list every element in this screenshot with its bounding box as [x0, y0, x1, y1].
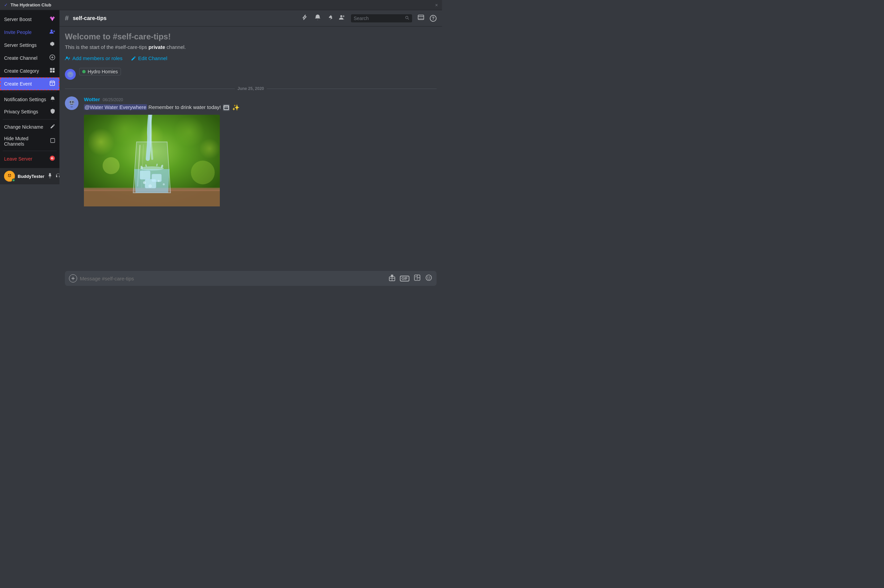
create-channel-icon — [49, 54, 56, 62]
role-pill-label: Hydro Homies — [88, 69, 118, 74]
svg-point-19 — [66, 56, 68, 58]
menu-label-hide-muted-channels: Hide Muted Channels — [4, 136, 47, 147]
sticker-icon[interactable] — [413, 274, 421, 283]
checkbox-icon — [50, 138, 56, 145]
message-input[interactable] — [80, 276, 386, 282]
sparkles-emoji: ✨ — [232, 104, 239, 111]
menu-item-privacy-settings[interactable]: Privacy Settings — [0, 106, 59, 118]
message-content: Wotter 06/25/2020 @Water Water Everywher… — [84, 96, 437, 208]
message-text: @Water Water Everywhere Remember to drin… — [84, 104, 437, 112]
menu-item-create-channel[interactable]: Create Channel — [0, 52, 59, 64]
messages-area[interactable]: Welcome to #self-care-tips! This is the … — [59, 27, 442, 271]
svg-point-29 — [73, 102, 75, 103]
date-divider: June 25, 2020 — [65, 86, 437, 91]
attach-button[interactable] — [69, 274, 77, 282]
message-input-area: GIF — [59, 271, 442, 294]
emoji-icon[interactable] — [425, 274, 433, 283]
svg-point-0 — [51, 30, 53, 32]
menu-item-server-settings[interactable]: Server Settings — [0, 39, 59, 52]
menu-label-create-event: Create Event — [4, 81, 47, 87]
role-pill-row: Hydro Homies — [65, 68, 437, 81]
mention-text[interactable]: @Water Water Everywhere — [84, 104, 147, 110]
search-box[interactable]: Search — [351, 14, 412, 22]
microphone-button[interactable] — [47, 173, 53, 180]
context-menu: Server Boost Invite People Server Settin… — [0, 10, 59, 168]
svg-rect-2 — [50, 68, 52, 70]
create-category-icon — [49, 67, 56, 75]
menu-divider-3 — [3, 151, 57, 151]
close-button[interactable]: × — [435, 2, 438, 8]
inbox-icon[interactable] — [418, 14, 424, 22]
threads-icon[interactable] — [302, 14, 309, 22]
menu-divider-1 — [3, 92, 57, 92]
menu-item-leave-server[interactable]: Leave Server — [0, 152, 59, 165]
search-placeholder: Search — [354, 16, 403, 21]
svg-rect-42 — [140, 171, 150, 179]
pin-icon[interactable] — [326, 14, 333, 22]
menu-label-leave-server: Leave Server — [4, 156, 47, 162]
channel-header: # self-care-tips Search — [59, 10, 442, 27]
menu-label-server-boost: Server Boost — [4, 16, 47, 22]
svg-point-28 — [69, 102, 70, 103]
message-username[interactable]: Wotter — [84, 96, 100, 102]
menu-item-change-nickname[interactable]: Change Nickname — [0, 121, 59, 133]
notification-icon — [50, 96, 56, 103]
welcome-desc-suffix: channel. — [167, 44, 186, 50]
menu-item-invite-people[interactable]: Invite People — [0, 26, 59, 39]
bell-icon[interactable] — [314, 14, 321, 22]
svg-point-36 — [174, 117, 204, 147]
create-event-icon — [49, 80, 56, 88]
edit-channel-label: Edit Channel — [138, 56, 167, 61]
message-input-box: GIF — [65, 271, 437, 286]
svg-rect-7 — [51, 138, 55, 142]
svg-point-37 — [200, 138, 220, 159]
role-dot — [82, 70, 86, 74]
svg-point-15 — [340, 15, 343, 17]
gift-icon[interactable] — [388, 274, 396, 283]
svg-point-23 — [69, 73, 72, 75]
add-members-label: Add members or roles — [72, 56, 123, 61]
menu-label-change-nickname: Change Nickname — [4, 124, 47, 130]
channel-welcome: Welcome to #self-care-tips! This is the … — [65, 32, 437, 50]
server-title: The Hydration Club — [11, 2, 433, 8]
svg-point-47 — [158, 180, 160, 182]
server-icon: ✓ — [4, 2, 8, 8]
help-icon[interactable]: ? — [430, 15, 437, 22]
user-avatar — [4, 171, 15, 182]
menu-label-create-category: Create Category — [4, 68, 47, 74]
embed-icon — [223, 104, 230, 111]
menu-divider-2 — [3, 119, 57, 120]
menu-item-notification-settings[interactable]: Notification Settings — [0, 93, 59, 106]
user-bar: BuddyTester — [0, 168, 59, 184]
add-members-link[interactable]: Add members or roles — [65, 56, 123, 61]
welcome-desc-text: This is the start of the #self-care-tips — [65, 44, 147, 50]
welcome-desc: This is the start of the #self-care-tips… — [65, 44, 437, 50]
svg-point-57 — [415, 276, 416, 277]
svg-rect-31 — [224, 106, 229, 110]
header-actions: Search ? — [302, 14, 437, 22]
menu-item-server-boost[interactable]: Server Boost — [0, 13, 59, 26]
menu-item-create-category[interactable]: Create Category — [0, 64, 59, 77]
svg-point-48 — [149, 184, 152, 188]
message-body: Remember to drink water today! — [149, 104, 223, 110]
date-line-left — [65, 88, 235, 89]
members-icon[interactable] — [339, 14, 346, 22]
svg-point-14 — [11, 174, 12, 175]
edit-channel-link[interactable]: Edit Channel — [131, 56, 167, 61]
menu-label-privacy-settings: Privacy Settings — [4, 109, 47, 114]
message-header: Wotter 06/25/2020 — [84, 96, 437, 102]
pencil-icon — [50, 124, 56, 130]
message-input-actions: GIF — [388, 274, 433, 283]
boost-icon — [49, 16, 56, 23]
leave-icon — [49, 155, 56, 163]
svg-point-46 — [143, 181, 146, 184]
svg-rect-18 — [418, 18, 424, 20]
online-status — [12, 178, 15, 182]
welcome-title: Welcome to #self-care-tips! — [65, 32, 437, 41]
menu-item-hide-muted-channels[interactable]: Hide Muted Channels — [0, 133, 59, 149]
menu-item-create-event[interactable]: Create Event — [0, 77, 59, 90]
gif-button[interactable]: GIF — [400, 276, 409, 282]
username-label: BuddyTester — [18, 174, 45, 179]
settings-icon — [49, 41, 56, 49]
svg-point-16 — [343, 15, 344, 17]
